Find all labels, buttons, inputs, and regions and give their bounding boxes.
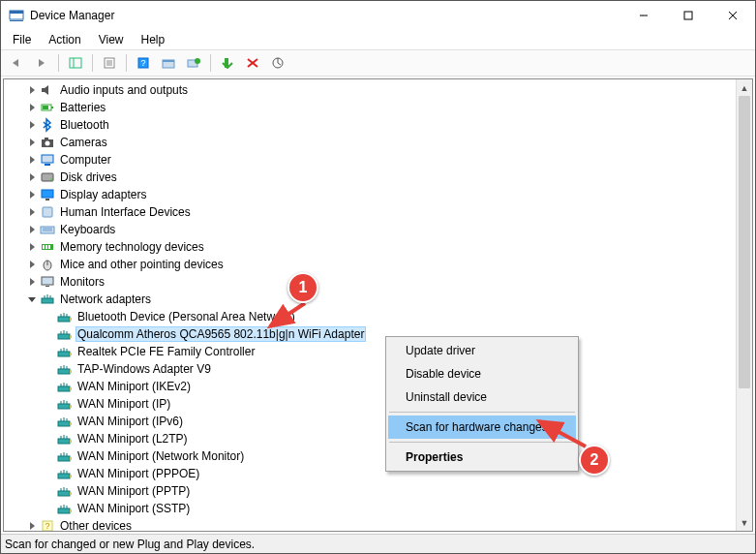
show-hide-tree-button[interactable] (64, 52, 87, 74)
scroll-track[interactable] (737, 96, 752, 514)
toolbar-separator (126, 54, 127, 72)
cm-update-driver[interactable]: Update driver (388, 339, 576, 362)
cm-disable-device[interactable]: Disable device (388, 362, 576, 385)
scroll-thumb[interactable] (739, 96, 750, 388)
tree-device[interactable]: Realtek PCIe FE Family Controller (8, 343, 736, 360)
svg-rect-46 (45, 286, 49, 287)
tree-device[interactable]: Qualcomm Atheros QCA9565 802.11b|g|n WiF… (8, 325, 736, 343)
chevron-right-icon[interactable] (25, 258, 39, 271)
cm-properties[interactable]: Properties (388, 446, 576, 469)
svg-rect-41 (45, 245, 47, 249)
tree-category[interactable]: Network adapters (8, 291, 736, 308)
network-adapter-icon (57, 326, 73, 342)
enable-button[interactable] (216, 52, 239, 74)
tree-category[interactable]: ?Other devices (8, 517, 736, 531)
memory-icon (40, 239, 55, 255)
forward-button[interactable] (30, 52, 53, 74)
chevron-right-icon[interactable] (25, 118, 39, 132)
tree-device[interactable]: WAN Miniport (IPv6) (8, 413, 736, 430)
tree-device[interactable]: Bluetooth Device (Personal Area Network) (8, 308, 736, 325)
menu-action[interactable]: Action (41, 32, 88, 47)
scroll-down-button[interactable]: ▼ (737, 514, 752, 531)
chevron-right-icon[interactable] (25, 205, 39, 219)
tree-category[interactable]: Disk drives (8, 169, 736, 186)
tree-category-label: Mice and other pointing devices (58, 258, 226, 271)
help-button[interactable]: ? (132, 52, 155, 74)
tree-device[interactable]: WAN Miniport (PPPOE) (8, 465, 736, 482)
battery-icon (40, 100, 55, 115)
tree-category[interactable]: Mice and other pointing devices (8, 256, 736, 273)
svg-rect-24 (51, 107, 53, 108)
refresh-button[interactable] (266, 52, 289, 74)
tree-device-label: WAN Miniport (IP) (76, 397, 172, 411)
vertical-scrollbar[interactable]: ▲ ▼ (736, 79, 752, 531)
back-button[interactable] (5, 52, 28, 74)
svg-rect-91 (58, 456, 70, 461)
status-text: Scan for changed or new Plug and Play de… (5, 538, 255, 551)
chevron-right-icon[interactable] (25, 240, 39, 254)
cm-scan-hardware[interactable]: Scan for hardware changes (388, 416, 576, 439)
tree-device[interactable]: WAN Miniport (L2TP) (8, 430, 736, 447)
tree-device[interactable]: WAN Miniport (SSTP) (8, 500, 736, 517)
tree-category[interactable]: Cameras (8, 134, 736, 151)
toolbar-separator (210, 54, 211, 72)
svg-rect-29 (42, 155, 53, 163)
cm-uninstall-device[interactable]: Uninstall device (388, 385, 576, 409)
tree-device[interactable]: WAN Miniport (IKEv2) (8, 378, 736, 395)
svg-rect-34 (45, 199, 49, 200)
tree-category[interactable]: Bluetooth (8, 116, 736, 134)
tree-category-label: Batteries (58, 101, 107, 114)
device-manager-window: Device Manager File Action View Help ? A… (0, 0, 756, 554)
scroll-up-button[interactable]: ▲ (737, 79, 752, 96)
chevron-right-icon[interactable] (25, 170, 39, 184)
scan-hardware-button[interactable] (182, 52, 205, 74)
device-tree[interactable]: Audio inputs and outputsBatteriesBluetoo… (4, 79, 736, 531)
tree-device[interactable]: WAN Miniport (PPTP) (8, 482, 736, 500)
chevron-right-icon[interactable] (25, 188, 39, 201)
tree-device[interactable]: TAP-Windows Adapter V9 (8, 360, 736, 378)
svg-point-27 (45, 141, 50, 146)
window-title: Device Manager (30, 9, 621, 22)
tree-category[interactable]: Monitors (8, 273, 736, 291)
svg-rect-40 (43, 245, 45, 249)
svg-rect-33 (42, 190, 53, 198)
network-icon (40, 292, 55, 307)
app-icon (9, 8, 24, 23)
tree-device[interactable]: WAN Miniport (Network Monitor) (8, 447, 736, 465)
update-driver-button[interactable] (157, 52, 180, 74)
maximize-button[interactable] (666, 1, 711, 30)
tree-category[interactable]: Human Interface Devices (8, 203, 736, 221)
close-button[interactable] (711, 1, 755, 30)
tree-category[interactable]: Memory technology devices (8, 238, 736, 256)
chevron-right-icon[interactable] (25, 83, 39, 97)
tree-category-label: Other devices (58, 519, 134, 531)
tree-category[interactable]: Computer (8, 151, 736, 169)
network-adapter-icon (57, 396, 73, 412)
uninstall-button[interactable] (241, 52, 264, 74)
tree-category-label: Computer (58, 153, 113, 167)
svg-rect-86 (58, 439, 70, 444)
annotation-badge-1: 1 (287, 272, 318, 303)
chevron-right-icon[interactable] (25, 101, 39, 114)
chevron-down-icon[interactable] (25, 292, 39, 306)
other-icon: ? (40, 518, 55, 531)
chevron-right-icon[interactable] (25, 519, 39, 531)
menu-file[interactable]: File (5, 32, 39, 47)
expander-placeholder (43, 449, 56, 463)
camera-icon (40, 135, 55, 150)
tree-device-label: Bluetooth Device (Personal Area Network) (76, 310, 297, 323)
minimize-button[interactable] (621, 1, 666, 30)
tree-device[interactable]: WAN Miniport (IP) (8, 395, 736, 413)
context-menu: Update driver Disable device Uninstall d… (385, 336, 579, 472)
chevron-right-icon[interactable] (25, 223, 39, 236)
menu-help[interactable]: Help (134, 32, 173, 47)
tree-category[interactable]: Keyboards (8, 221, 736, 238)
menu-view[interactable]: View (91, 32, 132, 47)
chevron-right-icon[interactable] (25, 275, 39, 289)
tree-category[interactable]: Display adapters (8, 186, 736, 203)
tree-category[interactable]: Audio inputs and outputs (8, 81, 736, 99)
chevron-right-icon[interactable] (25, 136, 39, 149)
properties-button[interactable] (98, 52, 121, 74)
tree-category[interactable]: Batteries (8, 99, 736, 116)
chevron-right-icon[interactable] (25, 153, 39, 167)
